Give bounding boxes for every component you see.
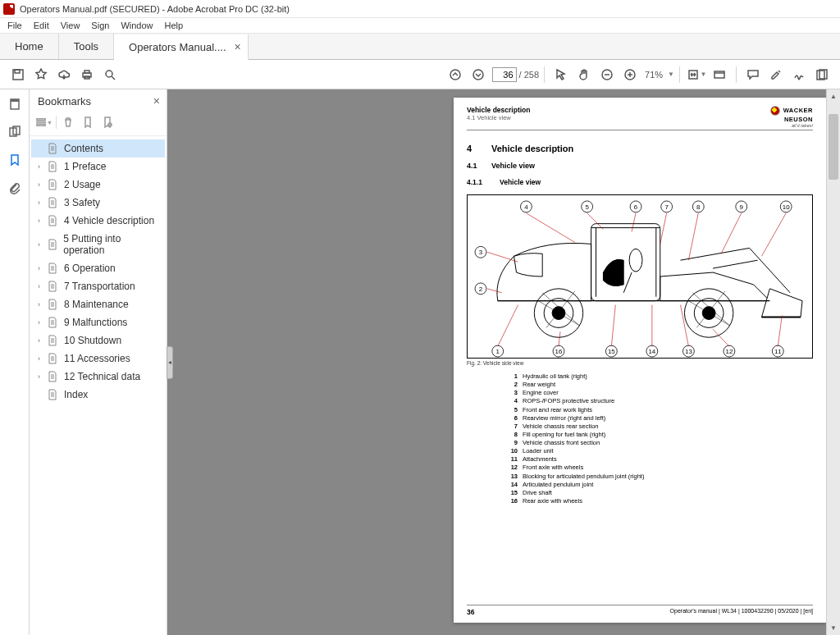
bookmark-label: Contents <box>64 143 103 154</box>
bm-find-icon[interactable] <box>99 114 116 130</box>
bm-delete-icon[interactable] <box>60 114 76 130</box>
bookmark-item[interactable]: ›10 Shutdown <box>31 331 165 349</box>
page-number-input[interactable] <box>492 67 517 82</box>
star-icon[interactable] <box>30 63 52 86</box>
bookmark-item[interactable]: ›12 Technical data <box>31 368 165 386</box>
expand-icon[interactable]: › <box>38 300 46 308</box>
save-icon[interactable] <box>7 63 30 86</box>
zoom-out-icon[interactable] <box>596 63 619 86</box>
svg-line-77 <box>778 316 782 347</box>
redact-icon[interactable] <box>810 63 833 86</box>
figure-vehicle-side: 45678910 32 1161514131211 <box>467 194 813 359</box>
expand-icon[interactable]: › <box>38 217 46 225</box>
tab-close-icon[interactable]: × <box>235 40 241 53</box>
bookmark-item[interactable]: ›3 Safety <box>31 194 165 212</box>
bookmark-label: 8 Maintenance <box>64 299 129 310</box>
svg-point-7 <box>473 70 483 80</box>
zoom-level[interactable]: 71% <box>641 70 666 80</box>
part-row: 8Fill opening for fuel tank (right) <box>504 431 813 439</box>
bm-new-icon[interactable] <box>80 114 96 130</box>
menu-sign[interactable]: Sign <box>85 19 115 32</box>
expand-icon[interactable]: › <box>38 318 46 327</box>
expand-icon[interactable]: › <box>38 240 46 249</box>
cloud-icon[interactable] <box>52 63 75 86</box>
fit-width-icon[interactable]: ▼ <box>685 63 708 86</box>
svg-line-70 <box>487 289 502 293</box>
pages-icon[interactable] <box>7 124 23 140</box>
expand-icon[interactable]: › <box>38 336 46 345</box>
parts-list: 1Hydraulic oil tank (right)2Rear weight3… <box>504 372 813 505</box>
tab-tools[interactable]: Tools <box>59 34 114 59</box>
hand-icon[interactable] <box>573 63 596 86</box>
bookmark-item[interactable]: ›7 Transportation <box>31 277 165 295</box>
menu-help[interactable]: Help <box>159 19 189 32</box>
highlight-icon[interactable] <box>765 63 788 86</box>
zoom-in-icon[interactable] <box>619 63 641 86</box>
vertical-scrollbar[interactable]: ▲ ▼ <box>826 89 840 635</box>
expand-icon[interactable]: › <box>38 264 46 272</box>
bm-options-icon[interactable]: ▼ <box>36 114 52 130</box>
pointer-icon[interactable] <box>550 63 573 86</box>
scroll-up-icon[interactable]: ▲ <box>827 89 840 103</box>
svg-line-63 <box>587 213 604 230</box>
svg-text:7: 7 <box>664 203 668 211</box>
bookmark-item[interactable]: ›6 Operation <box>31 259 165 277</box>
attachments-icon[interactable] <box>7 180 23 196</box>
bookmark-item[interactable]: ›1 Preface <box>31 158 165 176</box>
bookmark-label: 1 Preface <box>64 161 106 172</box>
part-row: 5Front and rear work lights <box>504 406 813 414</box>
print-icon[interactable] <box>75 63 98 86</box>
page-down-icon[interactable] <box>467 63 490 86</box>
document-viewport[interactable]: ◂ Vehicle description 4.1 Vehicle view W… <box>167 89 826 635</box>
expand-icon[interactable]: › <box>38 199 46 207</box>
bookmark-item[interactable]: ›2 Usage <box>31 176 165 194</box>
scroll-down-icon[interactable]: ▼ <box>827 621 840 635</box>
zoom-dropdown-icon[interactable]: ▼ <box>668 71 674 78</box>
menu-file[interactable]: File <box>2 19 28 32</box>
bookmark-item[interactable]: ›9 Malfunctions <box>31 313 165 331</box>
bookmark-page-icon <box>48 263 59 274</box>
expand-icon[interactable]: › <box>38 372 46 381</box>
page-number: 36 <box>467 608 474 616</box>
main-area: Bookmarks × ▼ Contents›1 Preface›2 Usage… <box>0 89 840 635</box>
menu-window[interactable]: Window <box>115 19 158 32</box>
expand-icon[interactable]: › <box>38 162 46 171</box>
search-icon[interactable] <box>98 63 121 86</box>
svg-text:15: 15 <box>608 348 615 355</box>
bookmark-item[interactable]: Contents <box>31 139 165 158</box>
panel-collapse-handle[interactable]: ◂ <box>167 346 173 379</box>
h4-num: 4 <box>467 144 491 153</box>
bookmarks-close-icon[interactable]: × <box>153 94 160 107</box>
sign-icon[interactable] <box>788 63 810 86</box>
svg-line-66 <box>688 213 698 260</box>
titlebar: Operators Manual.pdf (SECURED) - Adobe A… <box>0 0 840 18</box>
bookmarks-icon[interactable] <box>7 152 23 168</box>
menu-edit[interactable]: Edit <box>28 19 55 32</box>
svg-line-76 <box>713 329 729 346</box>
svg-rect-19 <box>37 121 45 123</box>
thumbnails-icon[interactable] <box>7 96 23 112</box>
expand-icon[interactable]: › <box>38 180 46 189</box>
expand-icon[interactable]: › <box>38 354 46 363</box>
page-display-icon[interactable] <box>708 63 731 86</box>
svg-point-6 <box>450 70 460 80</box>
bookmark-item[interactable]: ›11 Accessories <box>31 349 165 368</box>
part-row: 16Rear axle with wheels <box>504 497 813 505</box>
bookmark-label: 5 Putting into operation <box>63 233 162 256</box>
bookmark-item[interactable]: ›4 Vehicle description <box>31 212 165 230</box>
expand-icon[interactable]: › <box>38 282 46 290</box>
menu-view[interactable]: View <box>55 19 86 32</box>
svg-rect-22 <box>591 224 660 301</box>
svg-text:12: 12 <box>726 348 733 355</box>
comment-icon[interactable] <box>742 63 765 86</box>
svg-text:8: 8 <box>696 203 701 211</box>
bookmark-item[interactable]: ›8 Maintenance <box>31 295 165 313</box>
part-row: 2Rear weight <box>504 381 813 389</box>
page-up-icon[interactable] <box>444 63 467 86</box>
tab-document[interactable]: Operators Manual.... × <box>114 34 249 60</box>
h4-text: Vehicle description <box>491 144 573 153</box>
bookmark-item[interactable]: Index <box>31 386 165 404</box>
tab-home[interactable]: Home <box>0 34 59 59</box>
scroll-thumb[interactable] <box>829 114 838 180</box>
bookmark-item[interactable]: ›5 Putting into operation <box>31 230 165 259</box>
